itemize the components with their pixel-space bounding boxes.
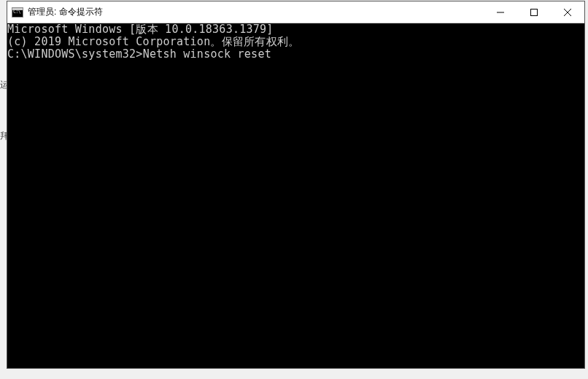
bg-text-fragment: 运 [0,79,7,91]
bg-text-fragment: 拜 [0,130,7,142]
window-title: 管理员: 命令提示符 [28,6,103,18]
close-icon [564,9,571,16]
command-input-text: Netsh winsock reset [143,47,271,61]
output-line: Microsoft Windows [版本 10.0.18363.1379] [7,23,584,36]
close-button[interactable] [551,1,584,23]
minimize-button[interactable] [484,1,517,23]
cmd-icon: C:\ [12,7,23,18]
window-controls [484,1,584,23]
command-prompt-window: C:\ 管理员: 命令提示符 Microsoft Windows [版本 10.… [7,1,585,369]
svg-rect-1 [531,9,538,16]
maximize-button[interactable] [517,1,551,23]
terminal-output: Microsoft Windows [版本 10.0.18363.1379](c… [7,23,584,61]
terminal-area[interactable]: Microsoft Windows [版本 10.0.18363.1379](c… [7,23,584,368]
prompt-line: C:\WINDOWS\system32>Netsh winsock reset [7,48,584,61]
minimize-icon [497,9,504,16]
maximize-icon [530,9,538,16]
output-line: (c) 2019 Microsoft Corporation。保留所有权利。 [7,36,584,48]
titlebar[interactable]: C:\ 管理员: 命令提示符 [7,1,584,23]
prompt-path: C:\WINDOWS\system32> [7,47,143,61]
